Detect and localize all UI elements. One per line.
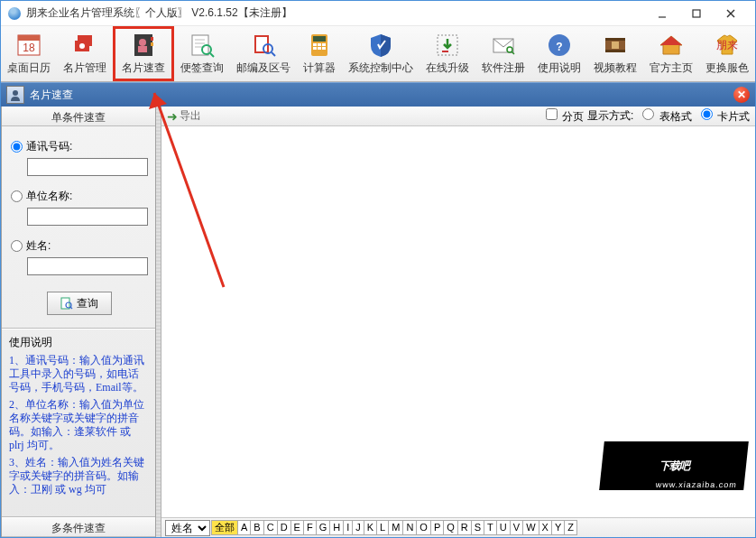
alpha-G[interactable]: G [316,520,331,535]
main-toolbar: 18 桌面日历 名片管理 名片速查 便签查询 邮编及区号 计算器 系统控制中心 … [1,26,755,82]
alpha-T[interactable]: T [484,520,497,535]
subwindow-header: 名片速查 ✕ [1,82,755,107]
video-icon [602,32,629,59]
alpha-O[interactable]: O [416,520,431,535]
radio-company-input[interactable] [11,190,23,202]
toolbar-label: 视频教程 [594,60,637,76]
toolbar-software-register[interactable]: 软件注册 [475,26,531,81]
alpha-V[interactable]: V [510,520,523,535]
alpha-L[interactable]: L [376,520,389,535]
alpha-K[interactable]: K [364,520,377,535]
single-search-area: 通讯号码: 单位名称: 姓名: 查询 [2,126,155,329]
company-input[interactable] [27,208,148,226]
alpha-S[interactable]: S [471,520,484,535]
export-label: 导出 [180,108,201,124]
svg-rect-41 [605,50,625,52]
close-button[interactable] [714,1,748,26]
toolbar-label: 便签查询 [180,60,224,76]
toolbar-change-skin[interactable]: 朋来 更换服色 [699,26,755,81]
alpha-P[interactable]: P [430,520,444,535]
alpha-all[interactable]: 全部 [211,520,238,535]
alpha-R[interactable]: R [457,520,472,535]
phone-input[interactable] [27,158,148,176]
svg-rect-12 [151,42,153,46]
view-table-radio[interactable]: 表格式 [637,108,691,125]
view-card-radio[interactable]: 卡片式 [696,108,750,125]
envelope-icon [490,32,517,59]
alpha-X[interactable]: X [539,520,552,535]
svg-rect-14 [138,46,147,52]
alpha-A[interactable]: A [237,520,251,535]
panel-single-search[interactable]: 单条件速查 [2,107,155,126]
toolbar-label: 名片速查 [122,60,165,76]
toolbar-label: 使用说明 [538,60,581,76]
toolbar-card-quick-search[interactable]: 名片速查 [113,26,174,81]
view-table-input[interactable] [642,108,654,120]
view-card-input[interactable] [701,108,713,120]
radio-phone-input[interactable] [11,141,23,153]
name-input[interactable] [27,257,148,275]
toolbar-note-search[interactable]: 便签查询 [174,26,230,81]
help-line-2: 2、单位名称：输入值为单位名称关键字或关键字的拼音码。如输入：逢莱软件 或 pl… [9,398,148,452]
toolbar-label: 名片管理 [63,60,106,76]
download-icon [434,32,461,59]
svg-rect-30 [313,47,317,50]
svg-rect-27 [313,43,317,46]
content-area: ➜ 导出 分页 显示方式: 表格式 卡片式 下载吧 www.xiazaiba.c… [161,107,755,537]
subwindow-close-button[interactable]: ✕ [733,87,750,103]
alpha-Y[interactable]: Y [551,520,565,535]
content-body: 下载吧 www.xiazaiba.com [161,126,755,517]
radio-name[interactable]: 姓名: [11,238,146,254]
toolbar-system-control[interactable]: 系统控制中心 [342,26,419,81]
content-toolbar: ➜ 导出 分页 显示方式: 表格式 卡片式 [161,107,755,126]
radio-phone[interactable]: 通讯号码: [11,139,146,154]
toolbar-label: 更换服色 [705,60,749,76]
alpha-H[interactable]: H [329,520,344,535]
export-button[interactable]: ➜ 导出 [167,108,201,124]
alpha-M[interactable]: M [388,520,403,535]
alpha-Q[interactable]: Q [443,520,458,535]
minimize-button[interactable] [645,1,679,26]
toolbar-label: 官方主页 [650,60,693,76]
svg-rect-31 [318,47,321,50]
toolbar-label: 邮编及区号 [236,60,290,76]
radio-company[interactable]: 单位名称: [11,189,146,204]
svg-point-13 [139,39,146,46]
filter-field-select[interactable]: 姓名 [165,520,210,536]
paging-checkbox[interactable]: 分页 [540,108,584,125]
display-label: 显示方式: [587,108,633,124]
svg-line-36 [512,51,514,54]
title-bar: 朋来企业名片管理系统〖个人版〗 V2.6.1.52【未注册】 [1,1,755,26]
app-icon [8,7,21,20]
alpha-B[interactable]: B [250,520,263,535]
alpha-F[interactable]: F [303,520,317,535]
alpha-D[interactable]: D [277,520,291,535]
toolbar-postal-area[interactable]: 邮编及区号 [230,26,297,81]
alpha-C[interactable]: C [263,520,278,535]
maximize-button[interactable] [679,1,714,26]
toolbar-desktop-calendar[interactable]: 18 桌面日历 [1,26,57,81]
alpha-E[interactable]: E [290,520,304,535]
query-button[interactable]: 查询 [47,292,112,315]
toolbar-online-upgrade[interactable]: 在线升级 [419,26,475,81]
paging-checkbox-input[interactable] [546,108,558,120]
toolbar-calculator[interactable]: 计算器 [297,26,342,81]
alpha-W[interactable]: W [522,520,539,535]
panel-multi-search[interactable]: 多条件速查 [2,517,155,537]
alpha-Z[interactable]: Z [564,520,577,535]
person-icon [6,86,24,104]
radio-name-input[interactable] [11,240,23,252]
shield-icon [367,32,394,59]
svg-rect-5 [18,35,40,41]
address-book-icon [130,32,157,59]
svg-text:朋来: 朋来 [716,39,738,51]
toolbar-video-tutorial[interactable]: 视频教程 [587,26,643,81]
alpha-J[interactable]: J [352,520,364,535]
svg-rect-11 [151,37,153,41]
alpha-U[interactable]: U [496,520,511,535]
toolbar-official-site[interactable]: 官方主页 [643,26,699,81]
toolbar-usage-guide[interactable]: ? 使用说明 [531,26,587,81]
svg-rect-28 [318,43,321,46]
alpha-N[interactable]: N [402,520,417,535]
toolbar-card-manage[interactable]: 名片管理 [57,26,113,81]
